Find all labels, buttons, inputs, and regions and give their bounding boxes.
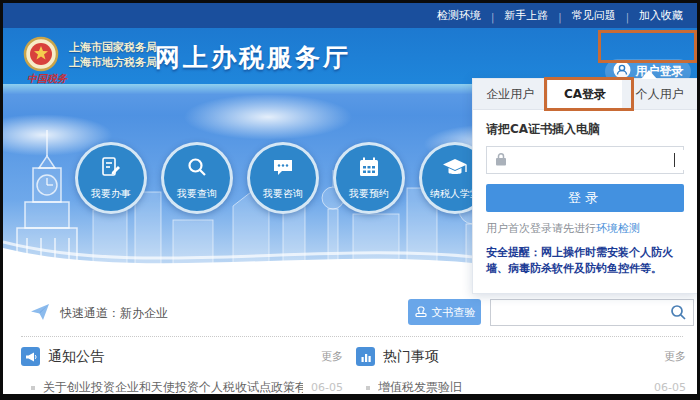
bullet xyxy=(366,386,370,390)
document-check-label: 文书查验 xyxy=(432,305,476,320)
section-notices: 通知公告 更多 关于创业投资企业和天使投资个人税收试点政策有关问... 06-0… xyxy=(21,347,343,396)
page-title: 网上办税服务厅 xyxy=(155,41,351,74)
more-link-hot-items[interactable]: 更多 xyxy=(664,349,686,364)
doc-edit-icon xyxy=(99,155,123,183)
tab-personal-user[interactable]: 个人用户 xyxy=(622,79,697,109)
circle-my-tasks[interactable]: 我要办事 xyxy=(75,142,147,214)
bureau-names: 上海市国家税务局 上海市地方税务局 xyxy=(69,40,157,70)
chat-icon xyxy=(271,155,295,183)
top-utility-bar: 检测环境 新手上路 常见问题 加入收藏 xyxy=(3,3,697,28)
megaphone-icon xyxy=(21,347,40,366)
section-header: 通知公告 更多 xyxy=(21,347,343,366)
bureau-name-national: 上海市国家税务局 xyxy=(69,40,157,55)
divider xyxy=(616,6,639,25)
bullet xyxy=(31,386,35,390)
link-beginner-guide[interactable]: 新手上路 xyxy=(504,8,548,23)
more-link-notices[interactable]: 更多 xyxy=(321,349,343,364)
first-login-hint: 用户首次登录请先进行环境检测 xyxy=(486,221,684,236)
first-login-text: 用户首次登录请先进行 xyxy=(486,222,596,235)
security-notice-label: 安全提醒： xyxy=(486,246,541,259)
browser-page: 检测环境 新手上路 常见问题 加入收藏 中国税务 上海市国家税务局 上海市地方税… xyxy=(0,0,700,400)
search-input[interactable] xyxy=(491,303,664,323)
national-emblem-logo xyxy=(23,36,59,76)
circle-label: 我要咨询 xyxy=(263,187,303,201)
security-notice: 安全提醒：网上操作时需安装个人防火墙、病毒防杀软件及防钓鱼控件等。 xyxy=(486,245,684,277)
document-check-button[interactable]: 文书查验 xyxy=(408,299,481,325)
quick-channel-label[interactable]: 快速通道：新办企业 xyxy=(60,305,168,322)
login-submit-button[interactable]: 登录 xyxy=(486,184,684,212)
ca-login-form: 请把CA证书插入电脑 登录 用户首次登录请先进行环境检测 安全提醒：网上操作时需… xyxy=(473,110,697,288)
hot-item-date: 06-05 xyxy=(654,381,686,394)
notice-date: 06-05 xyxy=(311,381,343,394)
tab-ca-login[interactable]: CA登录 xyxy=(548,79,623,109)
notice-link[interactable]: 关于创业投资企业和天使投资个人税收试点政策有关问... xyxy=(43,379,303,396)
circle-my-appointment[interactable]: 我要预约 xyxy=(333,142,405,214)
ca-password-input[interactable] xyxy=(514,150,700,170)
search-icon xyxy=(185,155,209,183)
circle-label: 我要预约 xyxy=(349,187,389,201)
link-env-check[interactable]: 检测环境 xyxy=(437,8,481,23)
hot-item-link[interactable]: 增值税发票验旧 xyxy=(378,379,646,396)
divider xyxy=(548,6,571,25)
circle-label: 我要查询 xyxy=(177,187,217,201)
link-add-favorite[interactable]: 加入收藏 xyxy=(639,8,683,23)
bar-chart-icon xyxy=(356,347,375,366)
panel-pointer xyxy=(641,70,657,79)
dotted-divider xyxy=(21,336,683,337)
site-search xyxy=(490,299,694,326)
ca-password-field-wrap xyxy=(486,146,684,174)
divider xyxy=(481,6,504,25)
lock-icon xyxy=(495,151,507,170)
calendar-icon xyxy=(357,155,381,183)
section-title: 通知公告 xyxy=(48,348,313,366)
paper-plane-icon xyxy=(29,301,51,327)
search-submit-button[interactable] xyxy=(664,304,693,321)
circle-label: 我要办事 xyxy=(91,187,131,201)
graduation-icon xyxy=(442,155,468,183)
list-item: 增值税发票验旧 06-05 xyxy=(356,379,686,396)
list-item: 关于创业投资企业和天使投资个人税收试点政策有关问... 06-05 xyxy=(21,379,343,396)
search-icon xyxy=(670,304,687,321)
stamp-icon xyxy=(414,304,428,321)
cloud-decoration xyxy=(183,94,353,140)
login-tabs: 企业用户 CA登录 个人用户 xyxy=(473,79,697,110)
env-check-link[interactable]: 环境检测 xyxy=(596,222,640,235)
text-caret xyxy=(674,153,675,167)
circle-my-consult[interactable]: 我要咨询 xyxy=(247,142,319,214)
section-header: 热门事项 更多 xyxy=(356,347,686,366)
china-tax-seal: 中国税务 xyxy=(17,72,77,86)
login-panel: 企业用户 CA登录 个人用户 请把CA证书插入电脑 登录 用户首次登录请先进行环… xyxy=(472,78,698,294)
section-hot-items: 热门事项 更多 增值税发票验旧 06-05 xyxy=(356,347,686,396)
circle-my-inquiry[interactable]: 我要查询 xyxy=(161,142,233,214)
tab-enterprise-user[interactable]: 企业用户 xyxy=(473,79,548,109)
section-title: 热门事项 xyxy=(383,348,656,366)
quick-channel-bar: 快速通道：新办企业 文书查验 xyxy=(3,299,697,329)
bureau-name-local: 上海市地方税务局 xyxy=(69,55,157,70)
link-faq[interactable]: 常见问题 xyxy=(572,8,616,23)
site-header: 中国税务 上海市国家税务局 上海市地方税务局 网上办税服务厅 用户登录 xyxy=(3,28,697,84)
ca-hint-label: 请把CA证书插入电脑 xyxy=(486,121,684,138)
quick-action-circles: 我要办事 我要查询 我要咨询 xyxy=(75,142,491,214)
